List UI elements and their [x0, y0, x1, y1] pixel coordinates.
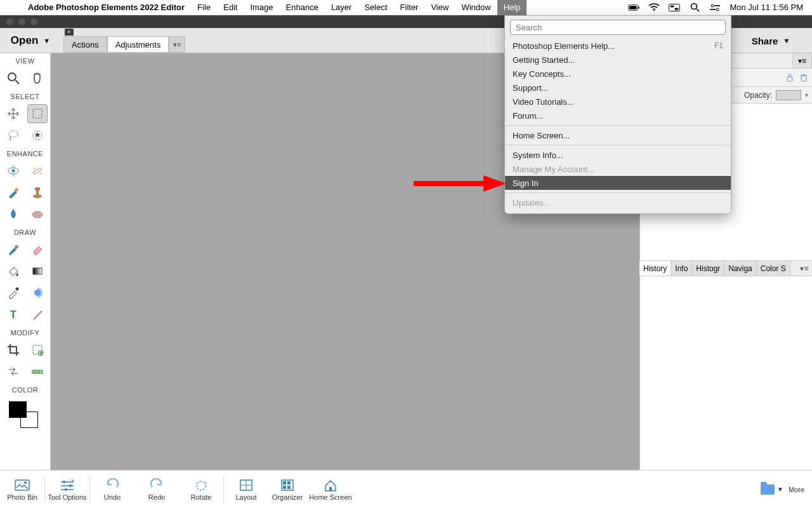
panel-tab-info[interactable]: Info: [671, 261, 692, 276]
tab-close-icon[interactable]: ×: [65, 29, 74, 36]
menubar-clock[interactable]: Mon Jul 11 1:56 PM: [730, 3, 803, 12]
tab-adjustments[interactable]: Adjustments: [107, 36, 169, 53]
help-item-sign-in[interactable]: Sign In: [505, 176, 731, 190]
move-tool[interactable]: [3, 104, 23, 123]
lasso-tool[interactable]: [3, 126, 23, 145]
help-item-video-tutorials[interactable]: Video Tutorials...: [505, 95, 731, 109]
tool-options-icon: [59, 478, 75, 492]
opacity-value[interactable]: [776, 90, 801, 100]
color-swatches[interactable]: [0, 399, 50, 428]
undo-button[interactable]: Undo: [90, 471, 134, 509]
type-tool[interactable]: T: [3, 305, 23, 324]
help-search-input[interactable]: [510, 20, 726, 35]
menu-window[interactable]: Window: [455, 0, 497, 15]
svg-point-48: [24, 481, 27, 484]
help-item-photoshop-elements-help[interactable]: Photoshop Elements Help... F1: [505, 39, 731, 53]
panel-tab-history[interactable]: History: [639, 261, 671, 276]
panel-tab-navigator[interactable]: Naviga: [724, 261, 756, 276]
undo-icon: [104, 478, 121, 492]
open-button[interactable]: Open ▼: [0, 29, 61, 53]
pencil-tool[interactable]: [27, 305, 48, 324]
home-screen-button[interactable]: Home Screen: [306, 471, 355, 509]
help-item-shortcut: F1: [714, 41, 723, 50]
control-strip-icon[interactable]: [709, 3, 721, 12]
help-item-getting-started[interactable]: Getting Started...: [505, 53, 731, 67]
help-item-support[interactable]: Support...: [505, 81, 731, 95]
brush-tool[interactable]: [3, 240, 23, 259]
gradient-tool[interactable]: [27, 262, 48, 281]
traffic-light-close[interactable]: [6, 18, 13, 25]
panel-tab-color-swatches[interactable]: Color S: [757, 261, 790, 276]
home-screen-label: Home Screen: [309, 493, 351, 501]
foreground-color-swatch[interactable]: [9, 401, 27, 418]
shape-tool[interactable]: [27, 283, 48, 302]
traffic-light-zoom[interactable]: [30, 18, 37, 25]
svg-rect-6: [675, 8, 679, 10]
quick-select-tool[interactable]: [27, 126, 48, 145]
tool-options-button[interactable]: Tool Options: [45, 471, 89, 509]
menu-image[interactable]: Image: [244, 0, 279, 15]
menu-filter[interactable]: Filter: [394, 0, 425, 15]
panel-overflow-icon[interactable]: ▾≡: [797, 261, 812, 276]
section-view-label: VIEW: [0, 53, 50, 67]
menu-view[interactable]: View: [424, 0, 455, 15]
traffic-light-minimize[interactable]: [18, 18, 25, 25]
redo-button[interactable]: Redo: [134, 471, 179, 509]
smart-brush-tool[interactable]: [3, 183, 23, 202]
bottom-bar: Photo Bin Tool Options Undo Redo Rotate …: [0, 470, 812, 508]
frontmost-app-name[interactable]: Adobe Photoshop Elements 2022 Editor: [22, 3, 191, 12]
clone-stamp-tool[interactable]: [27, 183, 48, 202]
layers-lock-icon[interactable]: [785, 73, 794, 82]
svg-rect-64: [329, 487, 332, 491]
svg-point-53: [69, 485, 72, 487]
crop-tool[interactable]: [3, 340, 23, 359]
wifi-icon[interactable]: [648, 3, 660, 12]
menu-separator: [506, 125, 730, 126]
spot-heal-tool[interactable]: [27, 161, 48, 180]
hand-tool[interactable]: [27, 69, 48, 88]
menu-file[interactable]: File: [191, 0, 217, 15]
opacity-caret-icon[interactable]: ▾: [805, 91, 808, 98]
menu-select[interactable]: Select: [358, 0, 393, 15]
share-dropdown[interactable]: Share ▼: [730, 29, 812, 53]
panel-tab-histogram[interactable]: Histogr: [692, 261, 724, 276]
layout-button[interactable]: Layout: [224, 471, 268, 509]
control-center-icon[interactable]: [669, 3, 680, 12]
svg-rect-60: [283, 481, 286, 485]
menu-enhance[interactable]: Enhance: [280, 0, 325, 15]
redeye-tool[interactable]: [3, 161, 23, 180]
marquee-tool[interactable]: [27, 104, 48, 123]
eraser-tool[interactable]: [27, 240, 48, 259]
menu-layer[interactable]: Layer: [325, 0, 358, 15]
tools-sidebar: VIEW SELECT ENHANCE DRAW T MODIFY: [0, 53, 51, 470]
menu-edit[interactable]: Edit: [217, 0, 244, 15]
open-label: Open: [11, 34, 38, 47]
help-item-key-concepts[interactable]: Key Concepts...: [505, 67, 731, 81]
tab-actions[interactable]: Actions: [63, 36, 107, 53]
help-item-updates: Updates...: [505, 196, 731, 210]
panel-overflow-icon[interactable]: ▾≡: [792, 53, 812, 68]
zoom-tool[interactable]: [3, 69, 23, 88]
layers-trash-icon[interactable]: [799, 73, 808, 82]
eyedropper-tool[interactable]: [3, 283, 23, 302]
sponge-tool[interactable]: [27, 204, 48, 224]
help-item-home-screen[interactable]: Home Screen...: [505, 128, 731, 142]
help-search[interactable]: [510, 20, 726, 35]
content-aware-move-tool[interactable]: [3, 362, 23, 381]
organizer-button[interactable]: Organizer: [268, 471, 306, 509]
menu-help[interactable]: Help: [497, 0, 527, 15]
help-item-system-info[interactable]: System Info...: [505, 148, 731, 162]
photo-bin-button[interactable]: Photo Bin: [0, 471, 44, 509]
blur-tool[interactable]: [3, 204, 23, 224]
spotlight-icon[interactable]: [689, 3, 700, 12]
rotate-button[interactable]: Rotate: [179, 471, 223, 509]
svg-point-34: [35, 213, 36, 215]
paint-bucket-tool[interactable]: [3, 262, 23, 281]
svg-marker-66: [483, 175, 506, 192]
help-item-forum[interactable]: Forum...: [505, 109, 731, 123]
recompose-tool[interactable]: [27, 340, 48, 359]
straighten-tool[interactable]: [27, 362, 48, 381]
battery-icon[interactable]: [628, 3, 639, 12]
more-button[interactable]: ▼ More: [761, 485, 812, 495]
tab-overflow-icon[interactable]: ▾≡: [169, 36, 185, 53]
